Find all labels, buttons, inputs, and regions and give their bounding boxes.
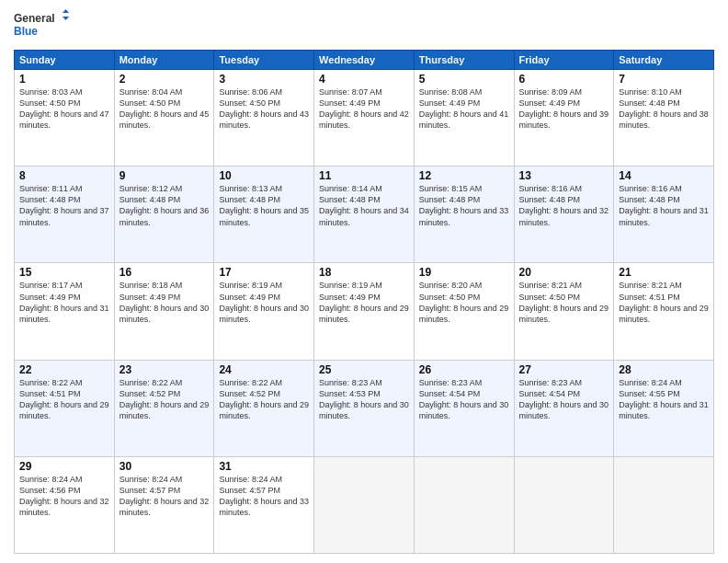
day-number: 22: [19, 363, 109, 376]
calendar-cell: 19Sunrise: 8:20 AMSunset: 4:50 PMDayligh…: [414, 263, 514, 360]
calendar-cell: 15Sunrise: 8:17 AMSunset: 4:49 PMDayligh…: [15, 263, 115, 360]
calendar-cell: 22Sunrise: 8:22 AMSunset: 4:51 PMDayligh…: [15, 360, 115, 456]
day-number: 31: [219, 460, 309, 473]
calendar-cell: 9Sunrise: 8:12 AMSunset: 4:48 PMDaylight…: [114, 167, 214, 263]
day-number: 10: [219, 169, 309, 182]
cell-info: Sunrise: 8:17 AMSunset: 4:49 PMDaylight:…: [19, 281, 109, 323]
calendar-cell: 28Sunrise: 8:24 AMSunset: 4:55 PMDayligh…: [614, 360, 714, 456]
header: General Blue: [14, 9, 714, 42]
cell-info: Sunrise: 8:16 AMSunset: 4:48 PMDaylight:…: [519, 184, 609, 226]
day-number: 28: [619, 363, 709, 376]
calendar-cell: 27Sunrise: 8:23 AMSunset: 4:54 PMDayligh…: [514, 360, 614, 456]
header-friday: Friday: [514, 51, 614, 70]
header-thursday: Thursday: [414, 51, 514, 70]
day-number: 4: [319, 73, 409, 86]
header-sunday: Sunday: [15, 51, 115, 70]
day-number: 14: [619, 169, 709, 182]
cell-info: Sunrise: 8:24 AMSunset: 4:57 PMDaylight:…: [119, 475, 210, 517]
day-number: 20: [519, 266, 609, 279]
cell-info: Sunrise: 8:21 AMSunset: 4:50 PMDaylight:…: [519, 281, 609, 323]
calendar-cell: 17Sunrise: 8:19 AMSunset: 4:49 PMDayligh…: [214, 263, 314, 360]
calendar-cell: 18Sunrise: 8:19 AMSunset: 4:49 PMDayligh…: [314, 263, 415, 360]
cell-info: Sunrise: 8:14 AMSunset: 4:48 PMDaylight:…: [319, 184, 409, 226]
day-number: 11: [319, 169, 409, 182]
calendar-page: General Blue SundayMondayTuesdayWednesda…: [0, 0, 728, 563]
calendar-cell: 12Sunrise: 8:15 AMSunset: 4:48 PMDayligh…: [414, 167, 514, 263]
header-wednesday: Wednesday: [314, 51, 415, 70]
day-number: 18: [319, 266, 409, 279]
calendar-cell: 31Sunrise: 8:24 AMSunset: 4:57 PMDayligh…: [214, 456, 314, 553]
day-number: 5: [419, 73, 509, 86]
day-number: 29: [19, 460, 109, 473]
cell-info: Sunrise: 8:23 AMSunset: 4:54 PMDaylight:…: [419, 378, 509, 420]
header-monday: Monday: [114, 51, 214, 70]
calendar-cell: 25Sunrise: 8:23 AMSunset: 4:53 PMDayligh…: [314, 360, 415, 456]
calendar-cell: 24Sunrise: 8:22 AMSunset: 4:52 PMDayligh…: [214, 360, 314, 456]
cell-info: Sunrise: 8:22 AMSunset: 4:52 PMDaylight:…: [219, 378, 309, 420]
calendar-cell: 10Sunrise: 8:13 AMSunset: 4:48 PMDayligh…: [214, 167, 314, 263]
calendar-cell: 4Sunrise: 8:07 AMSunset: 4:49 PMDaylight…: [314, 70, 415, 167]
logo-svg: General Blue: [14, 9, 69, 42]
calendar-cell: [314, 456, 415, 553]
day-number: 25: [319, 363, 409, 376]
calendar-cell: 26Sunrise: 8:23 AMSunset: 4:54 PMDayligh…: [414, 360, 514, 456]
day-number: 12: [419, 169, 509, 182]
calendar-week-4: 22Sunrise: 8:22 AMSunset: 4:51 PMDayligh…: [15, 360, 714, 456]
calendar-cell: 11Sunrise: 8:14 AMSunset: 4:48 PMDayligh…: [314, 167, 415, 263]
calendar-cell: 21Sunrise: 8:21 AMSunset: 4:51 PMDayligh…: [614, 263, 714, 360]
calendar-cell: [414, 456, 514, 553]
calendar-week-5: 29Sunrise: 8:24 AMSunset: 4:56 PMDayligh…: [15, 456, 714, 553]
calendar-cell: [514, 456, 614, 553]
calendar-week-1: 1Sunrise: 8:03 AMSunset: 4:50 PMDaylight…: [15, 70, 714, 167]
cell-info: Sunrise: 8:08 AMSunset: 4:49 PMDaylight:…: [419, 87, 509, 130]
header-saturday: Saturday: [614, 51, 714, 70]
cell-info: Sunrise: 8:18 AMSunset: 4:49 PMDaylight:…: [119, 281, 210, 323]
svg-text:Blue: Blue: [14, 25, 38, 38]
cell-info: Sunrise: 8:24 AMSunset: 4:55 PMDaylight:…: [619, 378, 709, 420]
day-number: 30: [119, 460, 210, 473]
svg-marker-2: [63, 9, 69, 13]
day-number: 13: [519, 169, 609, 182]
day-number: 21: [619, 266, 709, 279]
cell-info: Sunrise: 8:19 AMSunset: 4:49 PMDaylight:…: [319, 281, 409, 323]
calendar-week-2: 8Sunrise: 8:11 AMSunset: 4:48 PMDaylight…: [15, 167, 714, 263]
svg-marker-3: [63, 17, 69, 20]
day-number: 26: [419, 363, 509, 376]
calendar-table: SundayMondayTuesdayWednesdayThursdayFrid…: [14, 50, 714, 554]
cell-info: Sunrise: 8:13 AMSunset: 4:48 PMDaylight:…: [219, 184, 309, 226]
header-tuesday: Tuesday: [214, 51, 314, 70]
cell-info: Sunrise: 8:15 AMSunset: 4:48 PMDaylight:…: [419, 184, 509, 226]
cell-info: Sunrise: 8:23 AMSunset: 4:54 PMDaylight:…: [519, 378, 609, 420]
svg-text:General: General: [14, 12, 55, 25]
cell-info: Sunrise: 8:16 AMSunset: 4:48 PMDaylight:…: [619, 184, 709, 226]
cell-info: Sunrise: 8:22 AMSunset: 4:52 PMDaylight:…: [119, 378, 210, 420]
calendar-cell: [614, 456, 714, 553]
calendar-cell: 30Sunrise: 8:24 AMSunset: 4:57 PMDayligh…: [114, 456, 214, 553]
day-number: 2: [119, 73, 210, 86]
calendar-cell: 14Sunrise: 8:16 AMSunset: 4:48 PMDayligh…: [614, 167, 714, 263]
calendar-cell: 16Sunrise: 8:18 AMSunset: 4:49 PMDayligh…: [114, 263, 214, 360]
day-number: 17: [219, 266, 309, 279]
cell-info: Sunrise: 8:10 AMSunset: 4:48 PMDaylight:…: [619, 87, 709, 130]
cell-info: Sunrise: 8:04 AMSunset: 4:50 PMDaylight:…: [119, 87, 210, 130]
cell-info: Sunrise: 8:03 AMSunset: 4:50 PMDaylight:…: [19, 87, 109, 130]
cell-info: Sunrise: 8:11 AMSunset: 4:48 PMDaylight:…: [19, 184, 109, 226]
calendar-cell: 3Sunrise: 8:06 AMSunset: 4:50 PMDaylight…: [214, 70, 314, 167]
logo: General Blue: [14, 9, 69, 42]
cell-info: Sunrise: 8:19 AMSunset: 4:49 PMDaylight:…: [219, 281, 309, 323]
day-number: 1: [19, 73, 109, 86]
day-number: 7: [619, 73, 709, 86]
cell-info: Sunrise: 8:12 AMSunset: 4:48 PMDaylight:…: [119, 184, 210, 226]
calendar-cell: 29Sunrise: 8:24 AMSunset: 4:56 PMDayligh…: [15, 456, 115, 553]
day-number: 23: [119, 363, 210, 376]
cell-info: Sunrise: 8:09 AMSunset: 4:49 PMDaylight:…: [519, 87, 609, 130]
day-number: 16: [119, 266, 210, 279]
day-number: 3: [219, 73, 309, 86]
cell-info: Sunrise: 8:22 AMSunset: 4:51 PMDaylight:…: [19, 378, 109, 420]
calendar-week-3: 15Sunrise: 8:17 AMSunset: 4:49 PMDayligh…: [15, 263, 714, 360]
day-number: 9: [119, 169, 210, 182]
calendar-cell: 2Sunrise: 8:04 AMSunset: 4:50 PMDaylight…: [114, 70, 214, 167]
day-number: 27: [519, 363, 609, 376]
day-number: 8: [19, 169, 109, 182]
calendar-cell: 8Sunrise: 8:11 AMSunset: 4:48 PMDaylight…: [15, 167, 115, 263]
